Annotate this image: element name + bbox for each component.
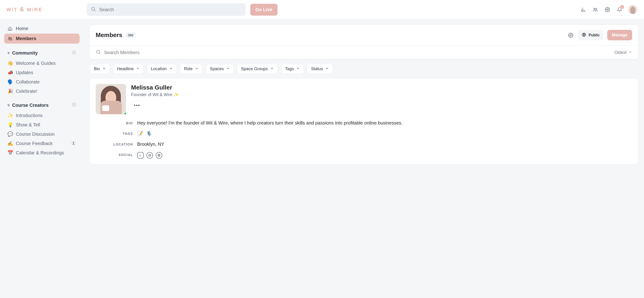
emoji-icon: 📣 <box>8 70 13 75</box>
emoji-icon: 💬 <box>8 131 13 137</box>
svg-point-6 <box>10 38 12 39</box>
svg-point-5 <box>8 37 10 39</box>
svg-point-3 <box>596 9 597 10</box>
brand-logo[interactable]: WiT & WiRE <box>6 6 81 13</box>
svg-line-1 <box>94 10 95 11</box>
chevron-down-icon <box>270 66 274 71</box>
filter-space-groups[interactable]: Space Groups <box>237 64 278 74</box>
tag-emoji: 📝 <box>137 131 143 136</box>
sidebar-item-home[interactable]: Home <box>4 24 80 34</box>
visibility-toggle[interactable]: Public <box>578 30 604 40</box>
topbar: WiT & WiRE Go Live 1 <box>0 0 644 19</box>
member-bio: Hey everyone! I'm the founder of Wit & W… <box>137 120 632 126</box>
member-social <box>137 152 632 159</box>
social-icon[interactable] <box>137 152 144 159</box>
filter-location[interactable]: Location <box>147 64 177 74</box>
filter-label: Space Groups <box>241 66 268 71</box>
brand-right: WiRE <box>27 7 42 12</box>
sidebar: Home Members ▾ Community 👋Welcome & Guid… <box>0 19 84 298</box>
filter-label: Spaces <box>210 66 224 71</box>
sidebar-subitem[interactable]: 📅Calendar & Recordings <box>4 148 80 158</box>
sidebar-section-community[interactable]: ▾ Community <box>4 49 80 57</box>
sidebar-subitem[interactable]: 🗣️Collaborate <box>4 77 80 86</box>
filter-tags[interactable]: Tags <box>281 64 304 74</box>
avatar[interactable] <box>628 5 638 14</box>
members-count: 360 <box>126 32 136 38</box>
sidebar-subitem-label: Collaborate <box>16 79 40 85</box>
filters-row: BioHeadlineLocationRoleSpacesSpace Group… <box>90 60 638 78</box>
manage-button[interactable]: Manage <box>607 30 632 40</box>
filter-role[interactable]: Role <box>180 64 202 74</box>
online-indicator <box>124 112 127 115</box>
sidebar-section-title: Course Creators <box>12 103 49 108</box>
chevron-down-icon: ▾ <box>8 102 10 108</box>
member-location: Brooklyn, NY <box>137 141 632 147</box>
svg-point-14 <box>149 155 150 156</box>
chevron-down-icon <box>325 66 329 71</box>
sidebar-subitem[interactable]: 🎉Celebrate! <box>4 86 80 96</box>
sidebar-item-label: Members <box>16 36 36 41</box>
filter-bio[interactable]: Bio <box>90 64 110 74</box>
svg-point-11 <box>96 50 100 53</box>
member-tags: 📝🎙️ <box>137 131 632 136</box>
filter-label: Tags <box>285 66 294 71</box>
search-icon <box>91 7 96 13</box>
filter-headline[interactable]: Headline <box>113 64 144 74</box>
filter-status[interactable]: Status <box>307 64 333 74</box>
more-menu-button[interactable] <box>131 101 142 109</box>
sidebar-subitem[interactable]: ✨Introductions <box>4 111 80 120</box>
analytics-icon[interactable] <box>580 6 587 13</box>
member-card: Melissa Guller Founder of Wit & Wire ✨ B… <box>90 78 638 164</box>
sidebar-subitem[interactable]: 💬Course Discussion <box>4 129 80 139</box>
filter-label: Headline <box>117 66 134 71</box>
members-icon <box>8 36 12 41</box>
sidebar-item-members[interactable]: Members <box>4 34 80 44</box>
member-portrait[interactable] <box>96 84 126 114</box>
filter-label: Role <box>184 66 192 71</box>
filter-label: Location <box>151 66 167 71</box>
website-icon[interactable] <box>156 152 162 159</box>
chevron-down-icon <box>136 66 140 71</box>
globe-icon <box>582 32 586 38</box>
top-actions: 1 <box>580 5 638 14</box>
people-icon[interactable] <box>592 6 599 13</box>
sort-select[interactable]: Oldest <box>614 50 632 55</box>
main-content: Members 360 Public Manage <box>84 19 644 298</box>
chevron-down-icon <box>628 50 632 55</box>
emoji-icon: 💡 <box>8 122 13 127</box>
sidebar-subitem[interactable]: 👋Welcome & Guides <box>4 59 80 68</box>
sidebar-subitem[interactable]: 📣Updates <box>4 68 80 77</box>
members-search-input[interactable] <box>104 50 612 56</box>
svg-point-0 <box>92 8 95 11</box>
emoji-icon: 👋 <box>8 60 13 66</box>
search-input[interactable] <box>99 7 242 13</box>
sidebar-subitem-label: Show & Tell <box>16 122 40 127</box>
sidebar-subitem-label: Course Feedback <box>16 141 52 146</box>
label-social: SOCIAL <box>96 152 133 159</box>
emoji-icon: 🗣️ <box>8 79 13 85</box>
chevron-down-icon: ▾ <box>8 50 10 56</box>
sidebar-item-label: Home <box>16 26 28 31</box>
filter-spaces[interactable]: Spaces <box>206 64 234 74</box>
global-search[interactable] <box>86 3 246 16</box>
member-name: Melissa Guller <box>131 84 178 91</box>
sidebar-section-creators[interactable]: ▾ Course Creators <box>4 101 80 109</box>
sidebar-subitem[interactable]: 💡Show & Tell <box>4 120 80 129</box>
page-title: Members <box>96 32 122 39</box>
count-badge: 1 <box>70 141 76 146</box>
sidebar-subitem[interactable]: ✍️Course Feedback1 <box>4 139 80 148</box>
plus-icon[interactable] <box>72 102 76 108</box>
chevron-down-icon <box>226 66 230 71</box>
tag-emoji: 🎙️ <box>146 131 152 136</box>
filter-label: Status <box>311 66 323 71</box>
chevron-down-icon <box>296 66 300 71</box>
label-tags: TAGS <box>96 131 133 136</box>
instagram-icon[interactable] <box>146 152 153 159</box>
gear-icon[interactable] <box>567 32 574 39</box>
plus-icon[interactable] <box>72 50 76 56</box>
gear-icon[interactable] <box>604 6 611 13</box>
sidebar-subitem-label: Updates <box>16 70 33 75</box>
sidebar-subitem-label: Introductions <box>16 113 42 118</box>
home-icon <box>8 26 12 31</box>
go-live-button[interactable]: Go Live <box>250 4 278 16</box>
